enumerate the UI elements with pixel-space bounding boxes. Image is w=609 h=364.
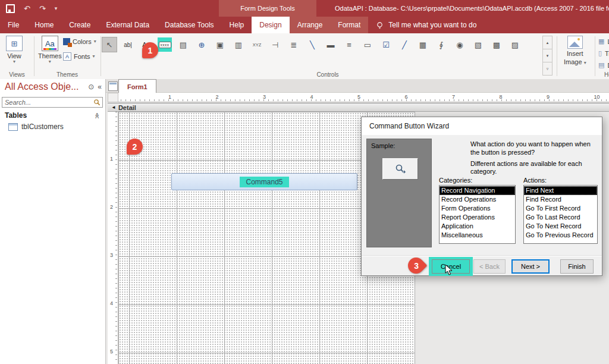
contextual-tab-group-label: Form Design Tools xyxy=(219,0,316,17)
back-button[interactable]: < Back xyxy=(473,259,506,274)
horizontal-ruler: 12345678910 xyxy=(118,93,609,102)
group-separator xyxy=(557,36,557,76)
annotation-badge-1: 1 xyxy=(142,42,158,58)
form-object-icon xyxy=(108,81,118,91)
fonts-button[interactable]: A Fonts ▾ xyxy=(63,52,95,61)
gallery-scroll-button[interactable]: ▾ xyxy=(542,49,553,62)
controls-group-label: Controls xyxy=(101,71,554,78)
views-group-label: Views xyxy=(0,71,34,78)
tab-arrange[interactable]: Arrange xyxy=(290,17,331,33)
actions-listbox[interactable]: Find NextFind RecordGo To First RecordGo… xyxy=(523,185,598,244)
gallery-scroll-button[interactable]: ▴ xyxy=(542,36,553,49)
tab-control-icon[interactable]: ▤ xyxy=(176,37,190,52)
image-icon[interactable]: ▦ xyxy=(416,37,430,52)
controls-row: ↖ab|Aaxxxx▤⊕▣▥XYZ⊣≣╲▬≡▭☑╱▦∮◉▧▩▨ xyxy=(102,37,522,52)
ruler-origin-box xyxy=(108,93,118,102)
action-option[interactable]: Go To Previous Record xyxy=(524,231,597,240)
attachment-icon[interactable]: ∮ xyxy=(434,37,448,52)
fonts-icon: A xyxy=(63,52,71,61)
search-input[interactable]: Search... xyxy=(2,97,103,108)
group-separator xyxy=(595,36,595,76)
contextual-tabs: Design Arrange Format xyxy=(252,17,368,33)
wizard-subtext: Different actions are available for each… xyxy=(470,160,600,175)
save-icon[interactable] xyxy=(6,4,15,13)
option-button-icon[interactable]: ◉ xyxy=(453,37,467,52)
unbound-object-frame-icon[interactable]: ▩ xyxy=(489,37,504,52)
nav-section-tables[interactable]: Tables ≪ xyxy=(0,110,106,121)
title-button[interactable]: ▯ Title xyxy=(598,49,609,57)
category-option[interactable]: Record Navigation xyxy=(440,186,515,195)
collapse-section-icon[interactable]: ≪ xyxy=(93,112,100,118)
insert-image-icon xyxy=(567,36,583,49)
rectangle-icon[interactable]: ▭ xyxy=(360,37,375,52)
action-option[interactable]: Find Record xyxy=(524,195,597,204)
colors-button[interactable]: Colors ▾ xyxy=(63,38,96,45)
tab-design[interactable]: Design xyxy=(252,17,289,33)
command5-button[interactable]: Command5 xyxy=(171,173,357,190)
button-control-icon[interactable]: xxxx xyxy=(158,37,172,52)
action-option[interactable]: Go To Last Record xyxy=(524,213,597,222)
hyperlink-icon[interactable]: ⊕ xyxy=(194,37,209,52)
logo-button[interactable]: ▦ Logo xyxy=(598,37,609,45)
combo-box-icon[interactable]: ≣ xyxy=(287,37,301,52)
tab-home[interactable]: Home xyxy=(27,17,61,33)
view-button[interactable]: ⊞ View ▾ xyxy=(6,36,23,63)
tab-create[interactable]: Create xyxy=(61,17,98,33)
tab-format[interactable]: Format xyxy=(330,17,368,33)
category-option[interactable]: Report Operations xyxy=(440,213,515,222)
redo-icon[interactable]: ↷ xyxy=(39,5,46,12)
action-option[interactable]: Go To First Record xyxy=(524,204,597,213)
page-break-icon[interactable]: ⊣ xyxy=(268,37,282,52)
shutter-close-icon[interactable]: « xyxy=(98,83,102,91)
category-option[interactable]: Record Operations xyxy=(440,195,515,204)
navigation-control-icon[interactable]: ▥ xyxy=(231,37,246,52)
subform-icon[interactable]: ▧ xyxy=(471,37,485,52)
tell-me-box[interactable]: Tell me what you want to do xyxy=(368,17,484,33)
tab-file[interactable]: File xyxy=(0,17,27,33)
check-box-icon[interactable]: ☑ xyxy=(379,37,393,52)
customize-quick-access-icon[interactable]: ▾ xyxy=(55,5,58,11)
dialog-title: Command Button Wizard xyxy=(362,117,602,135)
title-bar: ↶ ↷ ▾ Form Design Tools OdataAPI : Datab… xyxy=(0,0,609,17)
nav-menu-icon[interactable]: ⊙ xyxy=(88,83,94,91)
tab-help[interactable]: Help xyxy=(222,17,252,33)
logo-icon: ▦ xyxy=(598,37,604,45)
insert-image-button[interactable]: Insert Image ▾ xyxy=(564,36,586,65)
header-group-label: Header xyxy=(596,71,609,78)
draw-line-icon[interactable]: ╱ xyxy=(397,37,412,52)
document-tab-form1[interactable]: Form1 xyxy=(118,79,156,93)
date-time-button[interactable]: ▤ Date a xyxy=(598,61,609,69)
action-option[interactable]: Find Next xyxy=(524,186,597,195)
categories-listbox[interactable]: Record NavigationRecord OperationsForm O… xyxy=(439,185,516,244)
detail-section-bar[interactable]: ◄ Detail xyxy=(108,103,609,112)
text-box-icon[interactable]: ab| xyxy=(121,37,135,52)
finish-button[interactable]: Finish xyxy=(560,259,594,274)
select-tool-icon[interactable]: ↖ xyxy=(102,37,117,52)
next-button[interactable]: Next > xyxy=(511,259,550,274)
category-option[interactable]: Form Operations xyxy=(440,204,515,213)
toggle-button-icon[interactable]: ▬ xyxy=(324,37,338,52)
command5-label: Command5 xyxy=(240,177,288,187)
header-group: ▦ Logo ▯ Title ▤ Date a Header xyxy=(596,33,609,79)
search-placeholder: Search... xyxy=(2,99,93,106)
colors-icon xyxy=(63,38,70,45)
undo-icon[interactable]: ↶ xyxy=(24,5,30,12)
list-box-icon[interactable]: ≡ xyxy=(342,37,356,52)
tab-external-data[interactable]: External Data xyxy=(98,17,157,33)
line-icon[interactable]: ╲ xyxy=(305,37,319,52)
category-option[interactable]: Miscellaneous xyxy=(440,231,515,240)
find-magnifier-icon xyxy=(394,163,407,175)
category-option[interactable]: Application xyxy=(440,222,515,231)
action-option[interactable]: Go To Next Record xyxy=(524,222,597,231)
search-icon[interactable] xyxy=(93,99,101,106)
themes-button[interactable]: Aa Themes ▾ xyxy=(38,36,62,63)
lightbulb-icon xyxy=(376,21,384,29)
document-tab-strip: Form1 xyxy=(106,79,609,93)
categories-label: Categories: xyxy=(439,177,472,184)
chart-icon[interactable]: ▨ xyxy=(508,37,522,52)
nav-item-tblcustomers[interactable]: tblCustomers xyxy=(0,121,106,132)
option-group-icon[interactable]: XYZ xyxy=(250,37,264,52)
view-icon: ⊞ xyxy=(6,36,23,51)
tab-database-tools[interactable]: Database Tools xyxy=(157,17,222,33)
web-browser-control-icon[interactable]: ▣ xyxy=(213,37,227,52)
